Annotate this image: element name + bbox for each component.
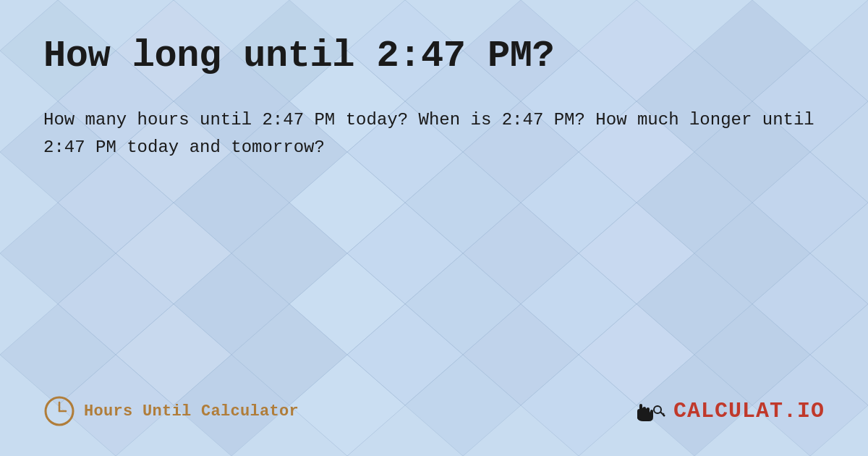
logo-right: CALCULAT.IO xyxy=(631,398,825,424)
page-description: How many hours until 2:47 PM today? When… xyxy=(43,106,825,162)
logo-main-text: CALCULAT xyxy=(673,399,783,423)
logo-accent-text: .IO xyxy=(783,399,825,423)
logo-text: CALCULAT.IO xyxy=(673,399,825,423)
branding-label: Hours Until Calculator xyxy=(84,402,299,421)
page-title: How long until 2:47 PM? xyxy=(43,35,825,77)
logo-icon xyxy=(631,398,666,424)
branding-left: Hours Until Calculator xyxy=(43,395,299,427)
footer: Hours Until Calculator CALCULAT.IO xyxy=(43,381,825,427)
clock-icon xyxy=(43,395,75,427)
